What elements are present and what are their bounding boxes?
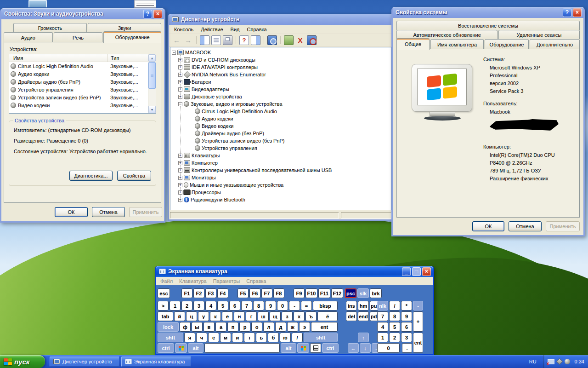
volume-icon[interactable]: [565, 359, 570, 364]
key-з[interactable]: з: [282, 311, 293, 321]
show-console-tree-icon[interactable]: [200, 35, 209, 45]
key-asterisk[interactable]: *: [401, 301, 412, 310]
key-f2[interactable]: F2: [193, 288, 204, 298]
space-key[interactable]: [204, 343, 280, 353]
menu-действие[interactable]: Действие: [198, 26, 226, 33]
forward-icon[interactable]: [183, 35, 193, 45]
key-0[interactable]: 0: [377, 343, 400, 353]
key-н[interactable]: н: [234, 311, 245, 321]
key-ctrl[interactable]: ctrl: [322, 343, 339, 353]
expand-box[interactable]: +: [178, 87, 182, 92]
device-row[interactable]: Видео кодекиЗвуковые,...: [9, 101, 148, 109]
key-о[interactable]: о: [251, 322, 262, 332]
device-row[interactable]: Устройства записи видео (без PnP)Звуковы…: [9, 93, 148, 101]
key-9[interactable]: 9: [265, 301, 276, 310]
print-icon[interactable]: [223, 35, 232, 45]
expand-box[interactable]: +: [178, 73, 182, 77]
tree-item[interactable]: +Дисковые устройства: [170, 93, 391, 100]
tree-item[interactable]: +Батареи: [170, 78, 391, 86]
maximize-button[interactable]: □: [412, 267, 421, 276]
key-f4[interactable]: F4: [217, 288, 228, 298]
expand-box[interactable]: +: [178, 65, 182, 69]
tree-item[interactable]: Cirrus Logic High Definition Audio: [170, 108, 391, 115]
scroll-thumb[interactable]: [148, 62, 156, 89]
start-button[interactable]: пуск: [0, 355, 45, 368]
key-г[interactable]: г: [246, 311, 257, 321]
properties-icon[interactable]: [211, 35, 221, 45]
tree-item[interactable]: +Контроллеры универсальной последователь…: [170, 167, 391, 174]
expand-box[interactable]: +: [178, 176, 182, 180]
key-f7[interactable]: F7: [261, 288, 272, 298]
menu-справка[interactable]: Справка: [243, 277, 269, 285]
key-й[interactable]: й: [174, 311, 185, 321]
key-р[interactable]: р: [239, 322, 250, 332]
key-brk[interactable]: brk: [370, 288, 382, 298]
menu-параметры[interactable]: Параметры: [210, 277, 243, 285]
scroll-up-button[interactable]: ▲: [148, 54, 156, 62]
cancel-button[interactable]: Отмена: [509, 221, 542, 231]
key-end[interactable]: end: [358, 311, 369, 321]
key-f9[interactable]: F9: [294, 288, 305, 298]
tree-item[interactable]: +Процессоры: [170, 189, 391, 196]
tree-item[interactable]: Устройства записи видео (без PnP): [170, 137, 391, 144]
key-ч[interactable]: ч: [196, 333, 207, 342]
menu-консоль[interactable]: Консоль: [171, 26, 197, 33]
key-3[interactable]: 3: [193, 301, 204, 310]
key-д[interactable]: д: [275, 322, 286, 332]
key-f5[interactable]: F5: [237, 288, 249, 298]
expand-box[interactable]: +: [178, 95, 182, 99]
key-э[interactable]: э: [299, 322, 310, 332]
update-driver-icon[interactable]: [284, 35, 294, 45]
uninstall-device-icon[interactable]: [307, 35, 317, 45]
network-disconnected-icon[interactable]: [548, 359, 554, 364]
key-ш[interactable]: ш: [258, 311, 269, 321]
expand-box[interactable]: +: [178, 154, 182, 158]
key-shft[interactable]: shft: [304, 333, 338, 342]
key-щ[interactable]: щ: [270, 311, 281, 321]
win-key[interactable]: [175, 343, 187, 353]
tray-diamond-icon[interactable]: [556, 358, 563, 365]
key-ent[interactable]: ent: [413, 333, 423, 353]
key-f10[interactable]: F10: [305, 288, 317, 298]
key-4[interactable]: 4: [377, 322, 388, 332]
key-ы[interactable]: ы: [192, 322, 203, 332]
disable-device-icon[interactable]: [295, 35, 305, 45]
expand-box[interactable]: +: [178, 168, 182, 172]
key-х[interactable]: х: [294, 311, 305, 321]
tab-system-restore[interactable]: Восстановление системы: [396, 21, 580, 30]
key-ж[interactable]: ж: [287, 322, 298, 332]
language-indicator[interactable]: RU: [529, 359, 537, 364]
key-plus[interactable]: +: [413, 311, 423, 332]
key-е[interactable]: е: [222, 311, 233, 321]
sound-titlebar[interactable]: Свойства: Звуки и аудиоустройства ? ×: [1, 8, 164, 19]
taskbar-task-диспетчер-устройств[interactable]: Диспетчер устройств: [50, 356, 119, 367]
key-slash[interactable]: /: [389, 301, 400, 310]
key-к[interactable]: к: [210, 311, 221, 321]
tab-hardware[interactable]: Оборудование: [485, 39, 529, 49]
help-icon[interactable]: [239, 35, 249, 45]
collapse-box[interactable]: −: [172, 51, 176, 55]
key-8[interactable]: 8: [253, 301, 264, 310]
key-f8[interactable]: F8: [273, 288, 284, 298]
key-left-arrow[interactable]: ←: [348, 343, 359, 353]
key-minus[interactable]: -: [413, 301, 423, 310]
key-bksp[interactable]: bksp: [313, 301, 338, 310]
key-ё[interactable]: ё: [317, 311, 338, 321]
tab-аудио[interactable]: Аудио: [4, 32, 53, 42]
key-esc[interactable]: esc: [158, 288, 170, 298]
key-ц[interactable]: ц: [186, 311, 197, 321]
tree-item[interactable]: +Видеоадаптеры: [170, 86, 391, 93]
menu-справка[interactable]: Справка: [244, 26, 270, 33]
scroll-down-button[interactable]: ▼: [148, 106, 156, 113]
key-alt[interactable]: alt: [188, 343, 204, 353]
win-key[interactable]: [297, 343, 309, 353]
close-button[interactable]: ×: [153, 10, 162, 18]
properties-button[interactable]: Свойства: [117, 171, 151, 181]
key-ю[interactable]: ю: [280, 333, 291, 342]
key-f1[interactable]: F1: [181, 288, 192, 298]
menu-клавиатура[interactable]: Клавиатура: [176, 277, 210, 285]
key-lock[interactable]: lock: [158, 322, 179, 332]
key-и[interactable]: и: [232, 333, 243, 342]
diagnose-button[interactable]: Диагностика...: [69, 171, 113, 181]
expand-box[interactable]: +: [178, 80, 182, 84]
